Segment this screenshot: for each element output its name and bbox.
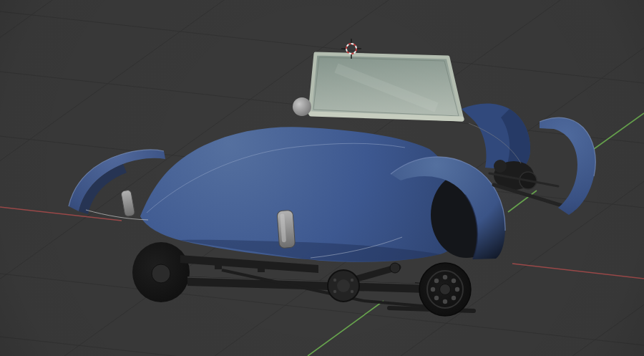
front-suspension-joint [494, 160, 507, 173]
differential-bolt [333, 279, 336, 282]
rear-wheel-left-hub[interactable] [152, 264, 170, 283]
differential-bolt [333, 290, 336, 293]
differential-bolt [351, 290, 353, 293]
viewport-canvas[interactable] [0, 0, 644, 356]
windshield[interactable] [310, 54, 462, 120]
u-joint[interactable] [390, 263, 400, 273]
tail-lamp[interactable] [277, 210, 296, 248]
chassis-bracket[interactable] [258, 262, 265, 272]
differential-hub [337, 279, 350, 292]
viewport[interactable] [0, 0, 644, 356]
headlamp-knob[interactable] [293, 97, 311, 116]
differential-bolt [351, 279, 353, 282]
chassis-bracket[interactable] [215, 259, 222, 269]
brake-drum-hub [440, 284, 451, 295]
